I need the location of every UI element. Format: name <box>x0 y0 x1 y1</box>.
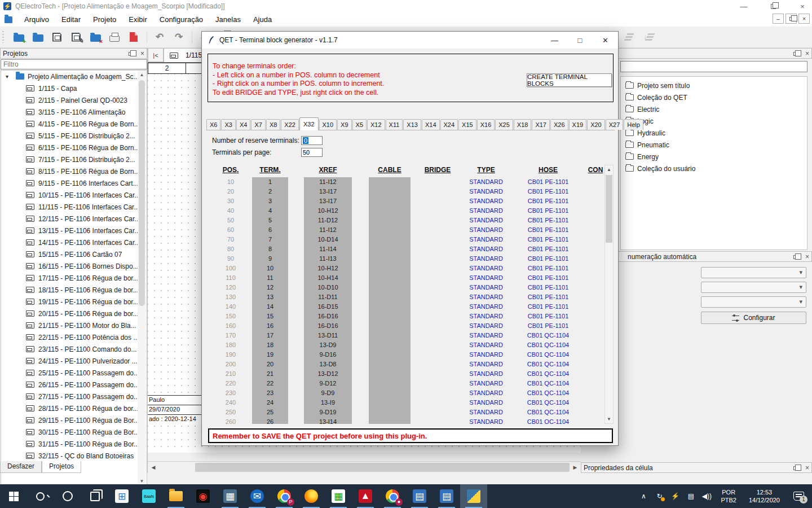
tree-item-hydraulic[interactable]: Hydraulic <box>621 127 807 139</box>
reserve-terminals-input[interactable]: 0 <box>301 136 323 145</box>
window-restore-button[interactable] <box>768 2 778 11</box>
cell-type[interactable]: STANDARD <box>460 408 512 417</box>
project-page-item[interactable]: 23/115 - PE-1100 Comando do... <box>1 343 147 355</box>
table-row[interactable]: 180 18 13-D9 STANDARD CB01 QC-1104 <box>206 340 604 350</box>
scroll-right-icon[interactable]: ▶ <box>570 462 581 473</box>
tree-item-colecao-usuario[interactable]: Coleção do usuário <box>621 163 807 174</box>
cell-cable[interactable] <box>369 350 411 360</box>
dialog-tab[interactable]: X22 <box>281 119 299 130</box>
cell-bridge[interactable] <box>421 292 454 302</box>
cell-pos[interactable]: 20 <box>206 187 255 196</box>
volume-icon[interactable]: ◀)) <box>700 484 713 508</box>
table-row[interactable]: 120 12 10-D10 STANDARD CB01 PE-1101 <box>206 283 604 292</box>
dialog-tab[interactable]: X26 <box>550 119 568 130</box>
table-row[interactable]: 110 11 10-H14 STANDARD CB01 PE-1101 <box>206 273 604 283</box>
cell-cable[interactable] <box>369 408 411 417</box>
dialog-tab[interactable]: X12 <box>367 119 385 130</box>
close-project-icon[interactable]: × <box>86 29 105 46</box>
cell-type[interactable]: STANDARD <box>460 196 512 206</box>
cell-type[interactable]: STANDARD <box>460 283 512 292</box>
table-row[interactable]: 60 6 11-I12 STANDARD CB01 PE-1101 <box>206 225 604 235</box>
cell-type[interactable]: STANDARD <box>460 235 512 244</box>
table-row[interactable]: 230 23 9-D9 STANDARD CB01 QC-1104 <box>206 388 604 398</box>
chrome-profile1-button[interactable]: P <box>271 484 298 508</box>
cell-pos[interactable]: 190 <box>206 350 255 360</box>
configure-button[interactable]: Configurar <box>701 312 806 324</box>
cell-cable[interactable] <box>369 292 411 302</box>
cell-cable[interactable] <box>369 273 411 283</box>
cell-pos[interactable]: 170 <box>206 331 255 340</box>
table-row[interactable]: 240 24 13-I9 STANDARD CB01 QC-1104 <box>206 398 604 408</box>
save-icon[interactable] <box>47 29 67 46</box>
numbering-dropdown[interactable] <box>701 282 806 293</box>
cell-pos[interactable]: 200 <box>206 360 255 369</box>
dialog-tab[interactable]: X11 <box>386 119 403 130</box>
cell-type[interactable]: STANDARD <box>460 417 512 424</box>
menu-item[interactable]: Ajuda <box>247 14 278 25</box>
project-page-item[interactable]: 15/115 - PE-1106 Cartão 07 <box>1 248 147 260</box>
table-row[interactable]: 160 16 16-D16 STANDARD CB01 PE-1101 <box>206 321 604 331</box>
cell-bridge[interactable] <box>421 340 454 350</box>
cell-pos[interactable]: 150 <box>206 312 255 321</box>
sync-status-icon[interactable]: ↻ <box>652 484 666 508</box>
projects-scrollbar[interactable]: ▲ ▼ <box>138 71 146 485</box>
mdi-close-button[interactable]: × <box>798 14 810 24</box>
cell-bridge[interactable] <box>421 408 454 417</box>
menu-item[interactable]: Editar <box>55 14 87 25</box>
project-page-item[interactable]: 24/115 - PE-1100 Pulverizador ... <box>1 355 147 367</box>
tree-item-energy[interactable]: Energy <box>621 151 807 163</box>
project-page-item[interactable]: 26/115 - PE-1100 Passagem do... <box>1 379 147 391</box>
table-scrollbar[interactable]: ▲ ▼ <box>604 165 614 424</box>
cell-bridge[interactable] <box>421 244 454 254</box>
cell-cable[interactable] <box>369 225 411 235</box>
scroll-up-icon[interactable]: ▲ <box>605 165 613 174</box>
table-row[interactable]: 130 13 11-D11 STANDARD CB01 PE-1101 <box>206 292 604 302</box>
table-row[interactable]: 170 17 13-D11 STANDARD CB01 QC-1104 <box>206 331 604 340</box>
table-row[interactable]: 80 8 11-I14 STANDARD CB01 PE-1101 <box>206 244 604 254</box>
column-header-type[interactable]: TYPE <box>460 166 512 174</box>
search-button[interactable] <box>27 484 54 508</box>
dock-close-icon[interactable]: × <box>140 50 144 58</box>
project-page-item[interactable]: 25/115 - PE-1100 Passagem do... <box>1 367 147 379</box>
cell-type[interactable]: STANDARD <box>460 225 512 235</box>
project-page-item[interactable]: 22/115 - PE-1100 Potência dos ... <box>1 331 147 343</box>
cell-bridge[interactable] <box>421 360 454 369</box>
cell-pos[interactable]: 210 <box>206 369 255 379</box>
cell-bridge[interactable] <box>421 369 454 379</box>
window-minimize-button[interactable]: — <box>739 2 749 11</box>
cell-cable[interactable] <box>369 177 411 187</box>
project-root-item[interactable]: ▾ Projeto Alimentação e Moagem_Sc... <box>1 71 147 82</box>
dialog-tab[interactable]: X17 <box>532 119 550 130</box>
project-page-item[interactable]: 4/115 - PE-1106 Régua de Born... <box>1 118 147 130</box>
cell-bridge[interactable] <box>421 264 454 273</box>
cell-cable[interactable] <box>369 187 411 196</box>
dock-tab-projetos[interactable]: Projetos <box>42 461 81 473</box>
dialog-tab[interactable]: X4 <box>236 119 250 130</box>
dock-float-icon[interactable] <box>793 466 797 470</box>
project-page-item[interactable]: 17/115 - PE-1106 Régua de bor... <box>1 272 147 284</box>
cell-bridge[interactable] <box>421 254 454 264</box>
firefox-button[interactable] <box>298 484 325 508</box>
cell-type[interactable]: STANDARD <box>460 302 512 312</box>
cell-pos[interactable]: 70 <box>206 235 255 244</box>
cell-cable[interactable] <box>369 264 411 273</box>
dock-float-icon[interactable] <box>129 52 133 56</box>
table-row[interactable]: 190 19 9-D16 STANDARD CB01 QC-1104 <box>206 350 604 360</box>
cell-type[interactable]: STANDARD <box>460 292 512 302</box>
project-page-item[interactable]: 3/115 - PE-1106 Alimentação <box>1 106 147 118</box>
tree-item-projeto-sem-titulo[interactable]: Projeto sem título <box>621 80 807 91</box>
table-row[interactable]: 40 4 10-H12 STANDARD CB01 PE-1101 <box>206 206 604 216</box>
cell-pos[interactable]: 90 <box>206 254 255 264</box>
lower-layer-icon[interactable] <box>620 29 639 46</box>
table-row[interactable]: 150 15 16-D16 STANDARD CB01 PE-1101 <box>206 312 604 321</box>
hidden-icons-chevron[interactable]: ∧ <box>637 484 650 508</box>
project-page-item[interactable]: 19/115 - PE-1106 Régua de bor... <box>1 296 147 308</box>
cell-bridge[interactable] <box>421 350 454 360</box>
table-row[interactable]: 260 26 13-I14 STANDARD CB01 QC-1104 <box>206 417 604 424</box>
scroll-thumb[interactable] <box>195 463 570 472</box>
cell-bridge[interactable] <box>421 331 454 340</box>
new-project-icon[interactable]: + <box>9 29 28 46</box>
dialog-tab[interactable]: X18 <box>514 119 532 130</box>
cell-cable[interactable] <box>369 216 411 225</box>
cell-bridge[interactable] <box>421 196 454 206</box>
